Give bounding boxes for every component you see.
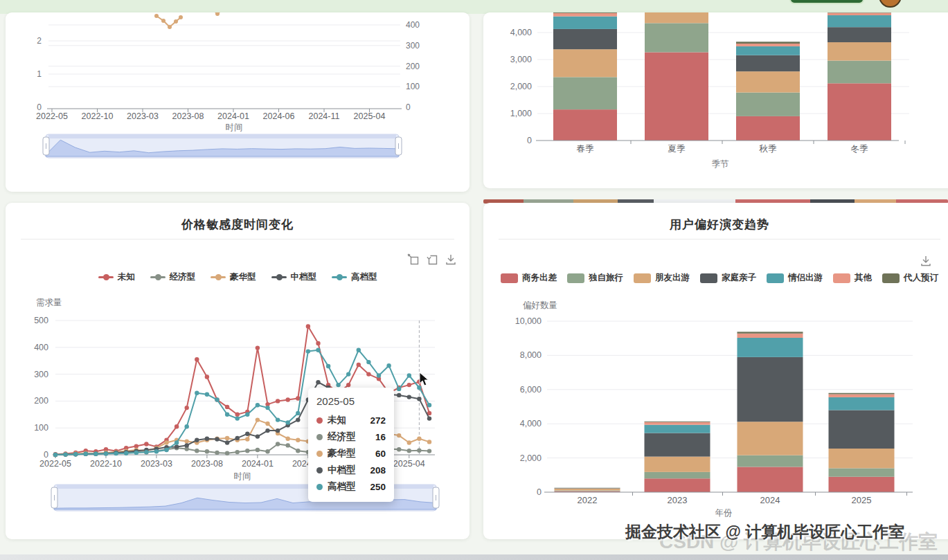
svg-text:时间: 时间 <box>234 471 251 481</box>
bar-segment[interactable] <box>553 12 617 13</box>
bar-segment[interactable] <box>828 61 891 84</box>
bar-segment[interactable] <box>555 491 620 491</box>
bar-segment[interactable] <box>829 397 895 410</box>
series-dot <box>316 467 323 473</box>
svg-text:2023: 2023 <box>668 495 688 505</box>
demand-time-card: 01201002003004002022-052022-102023-03202… <box>6 12 469 192</box>
bar-segment[interactable] <box>645 457 710 472</box>
demand-time-chart[interactable]: 01201002003004002022-052022-102023-03202… <box>6 12 469 192</box>
tooltip-row: 经济型16 <box>316 428 386 445</box>
bar-segment[interactable] <box>828 27 891 42</box>
bar-segment[interactable] <box>553 17 617 29</box>
svg-text:2022-05: 2022-05 <box>36 111 68 121</box>
svg-text:1: 1 <box>37 69 42 79</box>
bar-segment[interactable] <box>645 472 710 478</box>
user-avatar[interactable] <box>879 0 902 8</box>
bar-segment[interactable] <box>828 12 891 13</box>
navbar-button[interactable] <box>789 0 864 4</box>
svg-text:100: 100 <box>34 423 48 433</box>
bar-segment[interactable] <box>737 332 803 333</box>
bar-segment[interactable] <box>737 422 803 455</box>
bar-segment[interactable] <box>553 29 617 49</box>
bar-segment[interactable] <box>645 425 710 433</box>
price-sensitivity-chart[interactable]: 需求量50040030020010002022-052022-102023-03… <box>6 203 469 539</box>
bar-segment[interactable] <box>553 49 617 77</box>
svg-text:2022-10: 2022-10 <box>82 111 114 121</box>
bar-segment[interactable] <box>645 422 710 425</box>
svg-text:2023-08: 2023-08 <box>191 459 223 469</box>
bar-segment[interactable] <box>736 116 800 141</box>
bar-segment[interactable] <box>737 357 803 422</box>
bar-segment[interactable] <box>736 42 800 44</box>
svg-text:10,000: 10,000 <box>515 316 542 326</box>
bar-segment[interactable] <box>828 42 891 61</box>
svg-text:1,000: 1,000 <box>510 109 532 118</box>
svg-text:0: 0 <box>406 102 411 112</box>
top-navbar <box>0 0 948 14</box>
svg-text:0: 0 <box>44 450 48 460</box>
series-dot <box>316 417 323 424</box>
bar-segment[interactable] <box>736 93 800 116</box>
preference-trend-chart[interactable]: 偏好数量02,0004,0006,0008,00010,000202220232… <box>483 203 948 539</box>
svg-text:2,000: 2,000 <box>510 82 532 91</box>
bar-segment[interactable] <box>829 394 895 397</box>
svg-text:2022-10: 2022-10 <box>90 459 122 469</box>
bar-segment[interactable] <box>555 489 620 491</box>
svg-text:6,000: 6,000 <box>520 385 542 395</box>
svg-text:4,000: 4,000 <box>510 28 532 37</box>
watermark-juejin: 掘金技术社区 @ 计算机毕设匠心工作室 <box>625 521 904 543</box>
svg-text:秋季: 秋季 <box>759 144 778 154</box>
svg-text:冬季: 冬季 <box>851 144 869 154</box>
tooltip-row: 豪华型60 <box>316 445 386 462</box>
bar-segment[interactable] <box>828 13 891 16</box>
bar-segment[interactable] <box>736 55 800 71</box>
bar-segment[interactable] <box>829 410 895 449</box>
demand-time-datazoom[interactable] <box>43 134 402 158</box>
bar-segment[interactable] <box>553 109 617 141</box>
bar-segment[interactable] <box>829 393 895 395</box>
bar-segment[interactable] <box>645 12 708 23</box>
svg-text:季节: 季节 <box>712 159 730 169</box>
svg-text:夏季: 夏季 <box>668 144 686 154</box>
svg-text:2023-03: 2023-03 <box>141 459 172 469</box>
svg-text:2025-04: 2025-04 <box>393 459 425 469</box>
bar-segment[interactable] <box>829 449 895 468</box>
bar-segment[interactable] <box>645 52 708 141</box>
svg-text:100: 100 <box>406 82 420 91</box>
svg-text:300: 300 <box>406 41 420 51</box>
bar-segment[interactable] <box>736 46 800 55</box>
stacked-bars[interactable] <box>555 332 895 492</box>
bar-segment[interactable] <box>828 83 891 141</box>
stacked-bars[interactable] <box>553 12 891 141</box>
svg-text:时间: 时间 <box>226 123 243 132</box>
svg-text:2023-08: 2023-08 <box>172 111 204 121</box>
svg-text:400: 400 <box>406 20 420 30</box>
tooltip-row: 高档型250 <box>316 478 386 495</box>
bar-segment[interactable] <box>645 433 710 457</box>
svg-text:200: 200 <box>406 62 420 71</box>
bar-segment[interactable] <box>736 71 800 92</box>
svg-text:0: 0 <box>527 136 532 145</box>
svg-text:2022-05: 2022-05 <box>39 459 71 469</box>
bar-segment[interactable] <box>645 422 710 422</box>
svg-text:2024-06: 2024-06 <box>263 111 295 121</box>
svg-text:400: 400 <box>34 343 48 352</box>
bar-segment[interactable] <box>737 455 803 467</box>
bar-segment[interactable] <box>737 338 803 357</box>
bar-segment[interactable] <box>645 478 710 492</box>
tooltip-row: 未知272 <box>316 412 386 428</box>
bar-segment[interactable] <box>553 77 617 109</box>
bar-segment[interactable] <box>829 468 895 476</box>
bar-segment[interactable] <box>829 477 895 492</box>
bar-segment[interactable] <box>553 13 617 17</box>
bar-segment[interactable] <box>737 467 803 492</box>
svg-text:2: 2 <box>37 36 42 46</box>
bar-segment[interactable] <box>828 15 891 27</box>
svg-text:500: 500 <box>34 316 48 325</box>
seasonal-distribution-chart[interactable]: 01,0002,0003,0004,000春季夏季秋季冬季季节 <box>483 12 948 188</box>
bar-segment[interactable] <box>736 44 800 46</box>
chart-tooltip: 2025-05 未知272 经济型16 豪华型60 中档型208 高档型250 <box>308 388 394 502</box>
bar-segment[interactable] <box>645 23 708 52</box>
svg-text:2022: 2022 <box>578 495 598 505</box>
bar-segment[interactable] <box>737 334 803 338</box>
